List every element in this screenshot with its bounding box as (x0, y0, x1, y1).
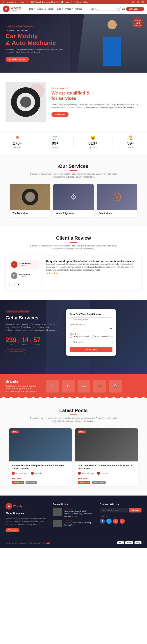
nav-services[interactable]: Services ▾ (45, 8, 54, 10)
logo[interactable]: W Wheely Auto Repair (3, 6, 21, 12)
footer-logo-name: Wheely (13, 505, 22, 508)
youtube-icon[interactable]: Y (142, 1, 144, 3)
custom-made-option[interactable]: Custom-Made Wheel (92, 336, 113, 338)
author-name-1b: Gavin Blair (34, 472, 43, 474)
footer-connect-title: Connect With Us (100, 503, 142, 506)
copyright-text: © Copyright 2019, Wheely. All Rights Res… (5, 542, 42, 544)
ready-made-option[interactable]: Ready-Made Wheel (70, 336, 89, 338)
service-card-stock[interactable]: 🛞 Stock Wheel (97, 184, 137, 217)
twitter-icon[interactable]: T (132, 1, 135, 3)
timer-minutes: 14 Minutes (21, 336, 28, 346)
search-input[interactable] (89, 7, 116, 11)
footer-post-img-1 (53, 508, 62, 516)
reviewer-marko[interactable]: M Marko Polo Customer (9, 271, 39, 280)
brand-logo-2[interactable]: ⚙ (62, 380, 75, 392)
brand-logo-1[interactable]: 🔧 (46, 380, 59, 392)
nav-contact[interactable]: Contact (75, 8, 82, 10)
stat-projects-label: Projects (14, 146, 21, 148)
get-services-title: Get a Services (5, 315, 61, 321)
facebook-social-icon[interactable]: f (100, 518, 105, 524)
custom-made-radio[interactable] (92, 336, 94, 338)
hero-subtitle: We Make Custom Wheel (5, 29, 68, 32)
hero-badge-sub: limited offer (134, 24, 142, 26)
stat-orders-icon: 🛒 (53, 136, 58, 140)
get-services-section: 50% off services for first one Get a Ser… (0, 300, 147, 374)
post-title-2: Latin derived from Cicero's 1st-century … (78, 464, 135, 470)
footer-subscribe: Subscribe (100, 508, 142, 512)
nav-home[interactable]: Home ▾ (27, 8, 34, 10)
timer-minutes-label: Minutes (21, 344, 28, 346)
reviews-divider (70, 242, 77, 242)
reviewer-david-role: Customer (19, 265, 31, 266)
about-description: Professionally aggregate equity invested… (51, 103, 142, 109)
reviewer-david[interactable]: D David Smith Customer (9, 260, 39, 269)
posts-section: Latest Posts Dramatically target proacti… (0, 398, 147, 496)
hero-cta-button[interactable]: Read More Details (5, 57, 29, 62)
hero-title-line1: Car Modify (5, 32, 38, 40)
youtube-social-icon[interactable]: ▶ (113, 518, 118, 524)
review-next-button[interactable]: ▼ (16, 282, 21, 287)
nav-pages[interactable]: Pages ▾ (65, 8, 73, 10)
brand-logo-5[interactable]: 🔩 (109, 380, 122, 392)
nav-blog[interactable]: Blog ▾ (57, 8, 63, 10)
hero-tag: Save up to 40% Hurry limited offer! (5, 25, 35, 28)
service-name-tire: Tire Balancing (10, 210, 50, 217)
top-address: 3917 Tansall Disrespect, New York (31, 1, 59, 3)
about-title-main: We are qualified & (51, 90, 90, 96)
ready-made-radio[interactable] (70, 336, 72, 338)
stat-awards-label: Awards (128, 146, 134, 148)
submit-button[interactable]: Submit Now (70, 347, 113, 352)
facebook-icon[interactable]: F (137, 1, 139, 3)
navbar: W Wheely Auto Repair Home ▾ About Servic… (0, 4, 147, 14)
tire-inner (20, 96, 31, 108)
footer-email-input[interactable] (100, 508, 128, 512)
get-services-cta[interactable]: Get a Services (126, 7, 144, 11)
rim-size-select[interactable]: 18 17 19 20 (70, 326, 113, 331)
read-more-1[interactable]: Read More → (12, 478, 23, 480)
brand-input[interactable] (70, 318, 113, 322)
reviews-section: Client's Review Dramatically target proa… (0, 226, 147, 300)
service-card-tire[interactable]: Tire Balancing (10, 184, 50, 217)
review-navigation: ▲ ▼ (9, 282, 39, 287)
posts-grid: 27 Fri Monotonectally enable process-cen… (5, 428, 142, 486)
read-more-2[interactable]: Read More → (78, 478, 90, 480)
brand-logo-4[interactable]: 🛞 (93, 380, 106, 392)
footer-connect: Connect With Us Subscribe Follow On: f t… (100, 503, 142, 532)
cart-icon[interactable]: 🛒 (117, 7, 121, 11)
post-tag-2b: Wheel Alignment (92, 481, 106, 484)
reviewer-david-name: David Smith (19, 262, 31, 265)
review-text: Seamlessly disseminate functionalities c… (46, 263, 138, 272)
post-image-1: 27 Fri (9, 428, 72, 462)
phone-input[interactable] (70, 340, 113, 344)
twitter-social-icon[interactable]: t (106, 518, 112, 524)
reviewer-marko-role: Customer (19, 276, 30, 278)
use-code-button[interactable]: Use Code: Wheel (5, 349, 26, 354)
social-icons: f t ▶ g+ (100, 518, 142, 524)
nav-about[interactable]: About (37, 8, 43, 10)
view-map-button[interactable]: View Map (5, 528, 19, 532)
stat-projects: ⚙ 170+ Projects (13, 136, 22, 148)
review-prev-button[interactable]: ▲ (9, 282, 14, 287)
about-contact-button[interactable]: Contact Us (51, 112, 69, 117)
post-card-2[interactable]: 27 Mon Latin derived from Cicero's 1st-c… (75, 428, 138, 486)
brands-section: Brands Seamlessly embrace strong brandin… (0, 374, 147, 398)
top-hours: Mon - Fri: 8:00 am - 7:00 pm (66, 1, 89, 3)
stat-clients-number: 813+ (88, 141, 98, 146)
googleplus-social-icon[interactable]: g+ (120, 518, 125, 524)
post-card-1[interactable]: 27 Fri Monotonectally enable process-cen… (9, 428, 72, 486)
subscribe-button[interactable]: Subscribe (129, 508, 142, 512)
post-date-1: 27 Fri (11, 430, 18, 434)
location-icon: 📍 (26, 1, 29, 3)
rim-img-icon (26, 193, 34, 200)
services-form: Enter Your Wheel Brand Number Select You… (66, 309, 116, 356)
logo-tagline: Auto Repair (11, 10, 21, 12)
reviews-title: Client's Review (5, 235, 142, 241)
timer-hours-value: 239 (5, 336, 16, 344)
hero-badge: Save up to 40% limited offer (132, 17, 143, 28)
stat-orders-number: 99+ (52, 141, 59, 146)
author-name-1: Nathan Alexander (15, 472, 29, 474)
brand-logo-3[interactable]: 🏎 (78, 380, 90, 392)
post-date-2: 27 Mon (78, 430, 86, 434)
service-card-align[interactable]: ⚙ Wheel Alignment (53, 184, 94, 217)
compare-icon[interactable]: ⚖ (122, 7, 125, 11)
